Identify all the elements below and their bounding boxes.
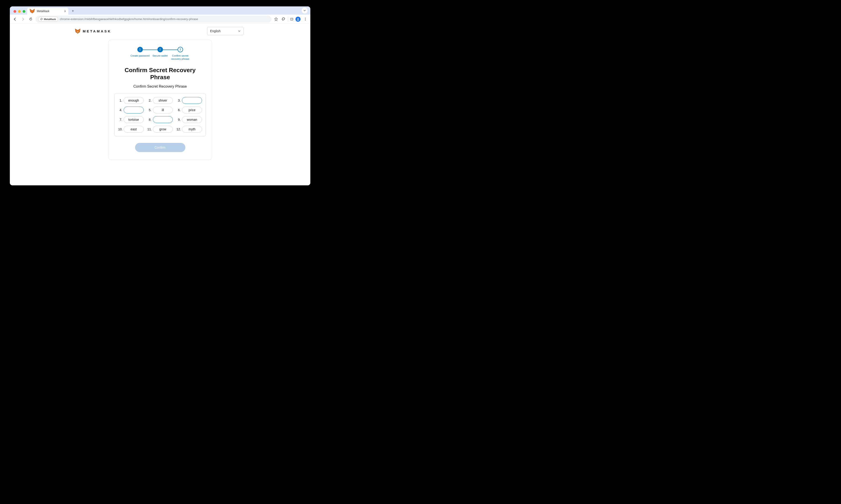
tabs-overflow-button[interactable] bbox=[302, 7, 308, 14]
url-text: chrome-extension://nkbihfbeogaeaoehlefnk… bbox=[60, 17, 198, 21]
svg-rect-1 bbox=[290, 18, 293, 20]
step-2-label: Secure wallet bbox=[152, 54, 168, 57]
page-title: Confirm Secret Recovery Phrase bbox=[114, 67, 206, 81]
back-button[interactable] bbox=[12, 16, 18, 22]
word-index: 7. bbox=[118, 118, 122, 122]
svg-point-4 bbox=[305, 18, 306, 18]
recovery-word-value: woman bbox=[182, 116, 202, 123]
recovery-word-4: 4. bbox=[118, 107, 144, 113]
page-content: METAMASK English 1 Create password bbox=[10, 24, 310, 185]
close-window-button[interactable] bbox=[14, 10, 16, 13]
word-index: 5. bbox=[148, 108, 152, 112]
recovery-word-3: 3. bbox=[176, 97, 202, 104]
svg-point-6 bbox=[305, 20, 306, 20]
metamask-fox-icon bbox=[75, 28, 81, 34]
address-bar[interactable]: MetaMask chrome-extension://nkbihfbeogae… bbox=[35, 16, 272, 23]
word-index: 10. bbox=[118, 127, 122, 131]
minimize-window-button[interactable] bbox=[18, 10, 21, 13]
svg-marker-0 bbox=[30, 9, 35, 13]
brand-text: METAMASK bbox=[83, 29, 111, 33]
recovery-word-value: ill bbox=[153, 107, 173, 113]
extension-chip[interactable]: MetaMask bbox=[38, 17, 58, 22]
recovery-word-1: 1.enough bbox=[118, 97, 144, 104]
step-1: 1 Create password bbox=[130, 47, 150, 57]
recovery-word-11: 11.grow bbox=[148, 126, 173, 132]
recovery-word-value: myth bbox=[182, 126, 202, 132]
recovery-word-8: 8. bbox=[148, 116, 173, 123]
chrome-menu-icon[interactable] bbox=[303, 16, 308, 22]
word-index: 8. bbox=[148, 118, 152, 122]
recovery-word-9: 9.woman bbox=[176, 116, 202, 123]
step-2: 2 Secure wallet bbox=[150, 47, 170, 57]
recovery-word-value: grow bbox=[153, 126, 173, 132]
page-subtitle: Confirm Secret Recovery Phrase bbox=[114, 85, 206, 89]
browser-window: MetaMask × + MetaMask chrome-extension:/… bbox=[10, 6, 310, 185]
tab-title: MetaMask bbox=[37, 10, 49, 13]
svg-marker-7 bbox=[75, 29, 81, 33]
window-controls bbox=[13, 10, 27, 15]
recovery-word-input[interactable] bbox=[153, 116, 173, 123]
step-1-label: Create password bbox=[131, 54, 150, 57]
chevron-down-icon bbox=[238, 30, 241, 32]
word-index: 11. bbox=[148, 127, 152, 131]
word-index: 2. bbox=[148, 98, 152, 102]
word-index: 12. bbox=[176, 127, 181, 131]
progress-stepper: 1 Create password 2 Secure wallet 3 Conf… bbox=[114, 46, 206, 61]
side-panel-icon[interactable] bbox=[288, 16, 293, 22]
svg-point-3 bbox=[297, 18, 299, 19]
tab-close-icon[interactable]: × bbox=[64, 10, 66, 13]
step-3-circle: 3 bbox=[177, 47, 183, 52]
step-3: 3 Confirm secret recovery phrase bbox=[170, 47, 190, 61]
word-index: 9. bbox=[176, 118, 181, 122]
language-select[interactable]: English bbox=[207, 27, 244, 35]
brand: METAMASK bbox=[75, 28, 111, 34]
recovery-word-value: shiver bbox=[153, 97, 173, 104]
recovery-word-value: tortoise bbox=[124, 116, 144, 123]
confirm-button[interactable]: Confirm bbox=[135, 143, 185, 152]
browser-toolbar: MetaMask chrome-extension://nkbihfbeogae… bbox=[10, 15, 310, 24]
language-value: English bbox=[210, 29, 221, 33]
app-header: METAMASK English bbox=[10, 24, 310, 35]
browser-tab[interactable]: MetaMask × bbox=[27, 8, 68, 15]
maximize-window-button[interactable] bbox=[23, 10, 25, 13]
word-index: 3. bbox=[176, 98, 181, 102]
reload-button[interactable] bbox=[28, 16, 34, 22]
recovery-word-value: east bbox=[124, 126, 144, 132]
step-3-label: Confirm secret recovery phrase bbox=[170, 54, 190, 61]
recovery-word-5: 5.ill bbox=[148, 107, 173, 113]
new-tab-button[interactable]: + bbox=[70, 8, 76, 14]
recovery-word-12: 12.myth bbox=[176, 126, 202, 132]
extension-chip-label: MetaMask bbox=[44, 18, 56, 20]
recovery-word-7: 7.tortoise bbox=[118, 116, 144, 123]
profile-avatar[interactable] bbox=[295, 16, 301, 22]
word-index: 6. bbox=[176, 108, 181, 112]
extensions-icon[interactable] bbox=[281, 16, 286, 22]
recovery-word-2: 2.shiver bbox=[148, 97, 173, 104]
recovery-word-10: 10.east bbox=[118, 126, 144, 132]
bookmark-star-icon[interactable] bbox=[273, 16, 279, 22]
recovery-phrase-grid: 1.enough2.shiver3.4.5.ill6.price7.tortoi… bbox=[114, 93, 206, 137]
forward-button[interactable] bbox=[20, 16, 26, 22]
onboarding-card: 1 Create password 2 Secure wallet 3 Conf… bbox=[108, 40, 212, 160]
tab-strip: MetaMask × + bbox=[10, 6, 310, 15]
tab-favicon bbox=[30, 8, 35, 14]
recovery-word-input[interactable] bbox=[182, 97, 202, 104]
recovery-word-value: price bbox=[182, 107, 202, 113]
step-2-circle: 2 bbox=[157, 47, 163, 52]
svg-point-5 bbox=[305, 19, 306, 19]
recovery-word-value: enough bbox=[124, 97, 144, 104]
word-index: 1. bbox=[118, 98, 122, 102]
recovery-word-input[interactable] bbox=[124, 107, 144, 113]
step-1-circle: 1 bbox=[137, 47, 143, 52]
word-index: 4. bbox=[118, 108, 122, 112]
recovery-word-6: 6.price bbox=[176, 107, 202, 113]
